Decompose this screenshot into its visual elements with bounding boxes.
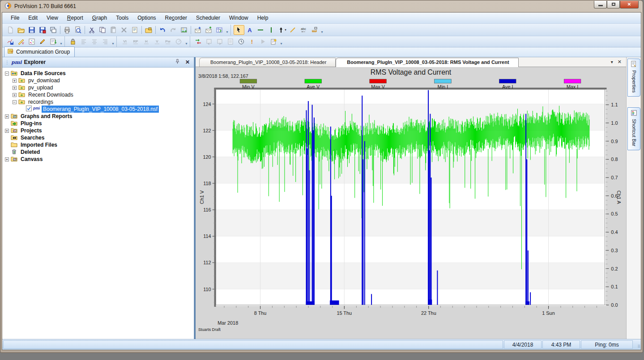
tree-item[interactable]: +pv_download [3,77,193,84]
tree-item[interactable]: +Canvass [3,156,193,163]
cascade-windows-button[interactable] [48,25,59,35]
run-button[interactable] [257,37,268,47]
collapse-icon[interactable]: − [5,72,9,76]
image-button[interactable] [179,25,189,35]
caliper-button[interactable] [309,25,320,35]
side-tab-shortcut-bar[interactable]: Shortcut Bar [627,107,640,150]
open-folder-button[interactable] [16,25,26,35]
toolbar-overflow-button[interactable]: ▾ [225,25,230,35]
scatter-plot-button[interactable] [26,37,37,47]
menu-edit[interactable]: Edit [24,13,42,22]
tree-item-label[interactable]: pv_upload [27,84,54,91]
side-tab-properties[interactable]: Properties [627,59,640,97]
tree-item[interactable]: −Data File Sources [3,70,193,77]
notes-new-button[interactable] [268,37,279,47]
window-prev-button[interactable] [204,37,214,47]
tree-item-label[interactable]: Deleted [19,148,41,156]
v-tool-button[interactable]: V [152,37,162,47]
tree-item[interactable]: +Projects [3,127,193,134]
mail-receive-button[interactable] [192,25,203,35]
diagonal-line-button[interactable] [287,25,298,35]
close-button[interactable]: ✕ [620,1,639,8]
tree-checkbox[interactable] [26,106,32,113]
toolbar-overflow-button[interactable]: ▾ [59,37,64,47]
menu-help[interactable]: Help [253,13,273,22]
tree-item-label[interactable]: Projects [19,127,43,134]
redo-button[interactable] [168,25,179,35]
align-center-button[interactable] [89,37,100,47]
lock-button[interactable] [68,37,78,47]
minimize-button[interactable] [594,1,607,8]
align-right-button[interactable] [100,37,111,47]
tree-item[interactable]: +pv_upload [3,84,193,91]
pin-icon[interactable] [174,59,181,66]
ruler-v-button[interactable]: V [16,37,26,47]
menu-options[interactable]: Options [133,13,160,22]
menu-scheduler[interactable]: Scheduler [192,13,224,22]
menu-file[interactable]: File [7,13,23,22]
tree-item[interactable]: +Deleted [3,148,193,156]
expand-icon[interactable]: + [5,157,9,161]
download-data-button[interactable] [143,25,154,35]
new-document-button[interactable] [5,25,16,35]
toolbar-overflow-button[interactable]: ▾ [184,37,189,47]
menu-report[interactable]: Report [63,13,87,22]
paste-button[interactable] [108,25,119,35]
tree-item[interactable]: +Recent Downloads [3,91,193,98]
collapse-icon[interactable]: − [13,100,17,104]
resize-grip[interactable]: ⠿ [634,340,640,349]
tree-item[interactable]: +Graphs and Reports [3,113,193,120]
text-tool-button[interactable]: A [244,25,255,35]
mail-send-button[interactable] [203,25,214,35]
tree-item-label[interactable]: Boomerang_PlugIn_VIP_10008_03-05-2018.ns… [42,106,159,113]
compare-button[interactable] [193,37,204,47]
window-next-button[interactable] [214,37,225,47]
tree-item-label[interactable]: Imported Files [19,141,59,148]
tree-item-label[interactable]: Canvass [19,156,44,163]
expand-icon[interactable]: + [13,93,17,97]
print-preview-button[interactable] [73,25,83,35]
menu-graph[interactable]: Graph [88,13,111,22]
pencil-button[interactable] [37,37,48,47]
document-tab[interactable]: Boomerang_PlugIn_VIP_10008_03-05-2018: H… [199,58,336,67]
vertical-line-button[interactable] [266,25,277,35]
chart-import-button[interactable] [48,37,59,47]
pw-tool-button[interactable]: Pw [162,37,173,47]
cut-button[interactable] [86,25,97,35]
rp-tool-button[interactable]: RP [130,37,141,47]
save-button[interactable] [26,25,37,35]
tree-item-label[interactable]: Searches [19,134,46,141]
abc-label-button[interactable]: abc [298,25,309,35]
rms-chart[interactable]: 1101121141161181201221240.00.10.20.30.40… [196,67,626,339]
dropdown-arrow-icon[interactable]: ▾ [285,28,286,32]
communication-group-tab[interactable]: Communication Group [4,47,75,57]
tree-item[interactable]: +Searches [3,134,193,141]
tree-item-label[interactable]: Recent Downloads [27,91,75,98]
tree-item[interactable]: +Imported Files [3,141,193,148]
schedule-clock-button[interactable] [236,37,247,47]
menu-recorder[interactable]: Recorder [161,13,191,22]
checked-checkbox-icon[interactable] [26,106,32,111]
menu-window[interactable]: Window [225,13,252,22]
menu-view[interactable]: View [43,13,62,22]
report-list-button[interactable] [225,37,236,47]
tab-list-dropdown-icon[interactable]: ▾ [611,59,613,64]
h-tool-button[interactable]: H [141,37,152,47]
table-refresh-button[interactable] [214,25,225,35]
tree-item-label[interactable]: pv_download [27,77,61,84]
vi-tool-button[interactable]: VI [119,37,130,47]
tree-item-label[interactable]: Graphs and Reports [19,113,73,120]
active-document-tab[interactable]: Boomerang_PlugIn_VIP_10008_03-05-2018: R… [336,58,518,67]
expand-icon[interactable]: + [13,86,17,90]
save-as-button[interactable] [37,25,48,35]
expand-icon[interactable]: + [13,79,17,83]
phasor-tool-button[interactable] [173,37,184,47]
tree-item-label[interactable]: Plug-ins [19,120,43,127]
undo-button[interactable] [157,25,168,35]
toolbar-overflow-button[interactable]: ▾ [111,37,115,47]
toolbar-overflow-button[interactable]: ▾ [320,25,324,35]
arrow-tool-button[interactable]: ▾ [277,25,287,35]
titlebar[interactable]: ProVision 1.70 Build 6661 ✕ [2,0,641,12]
delete-button[interactable] [119,25,129,35]
expand-icon[interactable]: + [5,114,9,119]
